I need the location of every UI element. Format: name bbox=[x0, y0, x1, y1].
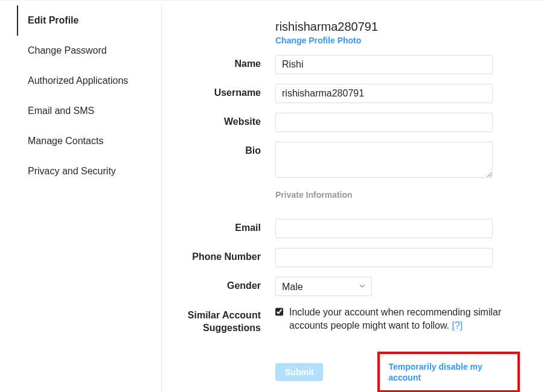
phone-label: Phone Number bbox=[174, 248, 275, 262]
website-input[interactable] bbox=[275, 113, 493, 132]
suggestions-label: Similar Account Suggestions bbox=[174, 306, 275, 335]
bio-input[interactable] bbox=[275, 142, 493, 178]
sidebar-item-privacy-security[interactable]: Privacy and Security bbox=[17, 156, 161, 186]
private-info-heading: Private Information bbox=[275, 190, 520, 200]
sidebar-item-label: Change Password bbox=[28, 45, 107, 55]
disable-account-link[interactable]: Temporarily disable my account bbox=[388, 362, 482, 382]
suggestions-checkbox[interactable] bbox=[275, 307, 283, 317]
sidebar-item-authorized-applications[interactable]: Authorized Applications bbox=[17, 66, 161, 96]
sidebar-item-label: Privacy and Security bbox=[28, 166, 116, 176]
sidebar: Edit Profile Change Password Authorized … bbox=[17, 5, 162, 392]
sidebar-item-label: Email and SMS bbox=[28, 106, 94, 116]
name-input[interactable] bbox=[275, 55, 493, 74]
username-label: Username bbox=[174, 84, 275, 98]
profile-header: rishisharma280791 Change Profile Photo bbox=[174, 20, 520, 45]
bio-label: Bio bbox=[174, 142, 275, 156]
sidebar-item-email-sms[interactable]: Email and SMS bbox=[17, 96, 161, 126]
sidebar-item-change-password[interactable]: Change Password bbox=[17, 36, 161, 66]
username-title: rishisharma280791 bbox=[275, 20, 520, 34]
header-content: rishisharma280791 Change Profile Photo bbox=[275, 20, 520, 45]
suggestions-help-link[interactable]: [?] bbox=[452, 320, 463, 330]
gender-label: Gender bbox=[174, 277, 275, 291]
submit-button[interactable]: Submit bbox=[275, 363, 323, 381]
sidebar-item-label: Manage Contacts bbox=[28, 136, 103, 146]
gender-select[interactable]: Male bbox=[275, 277, 372, 296]
email-label: Email bbox=[174, 219, 275, 233]
website-label: Website bbox=[174, 113, 275, 127]
main-content: rishisharma280791 Change Profile Photo N… bbox=[162, 5, 544, 392]
sidebar-item-manage-contacts[interactable]: Manage Contacts bbox=[17, 126, 161, 156]
suggestions-description: Include your account when recommending s… bbox=[289, 306, 520, 333]
email-input[interactable] bbox=[275, 219, 493, 238]
phone-input[interactable] bbox=[275, 248, 493, 267]
username-input[interactable] bbox=[275, 84, 493, 103]
name-label: Name bbox=[174, 55, 275, 69]
sidebar-item-label: Edit Profile bbox=[28, 15, 78, 25]
suggestions-label-line1: Similar Account bbox=[188, 310, 261, 320]
disable-account-highlight: Temporarily disable my account bbox=[377, 352, 520, 392]
settings-container: Edit Profile Change Password Authorized … bbox=[0, 0, 544, 392]
suggestions-label-line2: Suggestions bbox=[203, 323, 261, 333]
change-photo-link[interactable]: Change Profile Photo bbox=[275, 36, 520, 45]
sidebar-item-edit-profile[interactable]: Edit Profile bbox=[17, 5, 161, 36]
sidebar-item-label: Authorized Applications bbox=[28, 75, 128, 86]
